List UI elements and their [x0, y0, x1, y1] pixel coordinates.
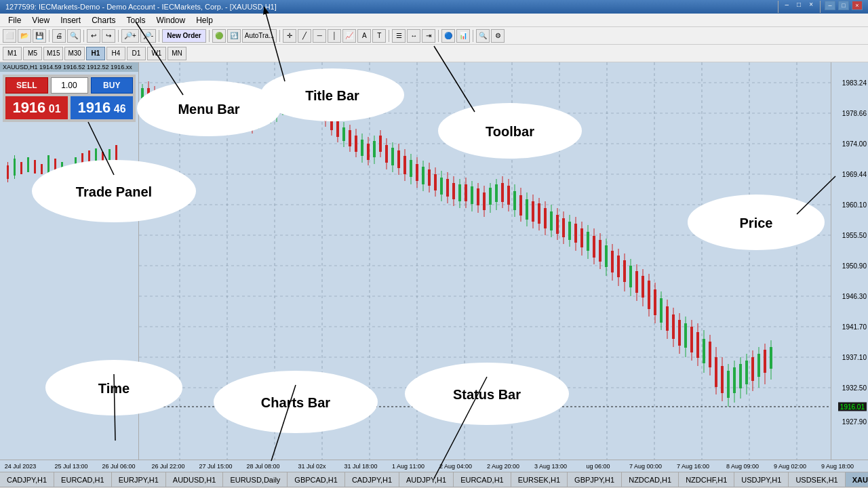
svg-rect-13	[81, 153, 83, 170]
svg-rect-120	[367, 144, 370, 160]
label-btn[interactable]: T	[372, 29, 386, 43]
buy-button[interactable]: BUY	[91, 77, 134, 94]
autoscroll-btn[interactable]: ↔	[407, 29, 420, 43]
buy-price-main: 1916	[77, 99, 111, 116]
order-panel: SELL BUY 1916 01 1916 46	[3, 75, 136, 122]
svg-rect-86	[263, 106, 266, 120]
tab-nzdcad-h1[interactable]: NZDCAD,H1	[622, 472, 679, 487]
price-1978: 1978.66	[842, 110, 867, 117]
sub-minimize[interactable]: –	[783, 1, 792, 13]
print-preview-btn[interactable]: 🔍	[67, 29, 81, 43]
tf-d1[interactable]: D1	[127, 47, 146, 60]
text-btn[interactable]: A	[357, 29, 371, 43]
tab-usdjpy-h1[interactable]: USDJPY,H1	[734, 472, 789, 487]
lot-input[interactable]	[51, 77, 88, 94]
sep7	[389, 30, 389, 42]
search-btn[interactable]: 🔍	[476, 29, 490, 43]
line-btn[interactable]: ╱	[298, 29, 311, 43]
minimize-button[interactable]: –	[825, 1, 835, 10]
chart-area[interactable]	[139, 62, 831, 460]
save-btn[interactable]: 💾	[33, 29, 46, 43]
tab-eurcad-h1-2[interactable]: EURCAD,H1	[454, 472, 511, 487]
svg-rect-116	[355, 136, 357, 152]
svg-rect-220	[672, 314, 675, 339]
tab-eurusd-daily[interactable]: EURUSD,Daily	[223, 472, 288, 487]
tab-gbpjpy-h1[interactable]: GBPJPY,H1	[568, 472, 622, 487]
maximize-button[interactable]: □	[838, 1, 849, 10]
tab-eurjpy-h1[interactable]: EURJPY,H1	[112, 472, 166, 487]
svg-rect-100	[306, 88, 309, 105]
vline-btn[interactable]: │	[328, 29, 341, 43]
tab-xauusd[interactable]: XAUUSD	[846, 472, 868, 487]
autotrade-btn[interactable]: AutoTra...	[242, 29, 277, 43]
tab-nzdchf-h1[interactable]: NZDCHF,H1	[679, 472, 734, 487]
sell-button[interactable]: SELL	[5, 77, 48, 94]
tab-cadjpy-h1-2[interactable]: CADJPY,H1	[345, 472, 399, 487]
sep4	[159, 30, 159, 42]
svg-rect-136	[416, 164, 418, 181]
tab-cadjpy-h1-1[interactable]: CADJPY,H1	[0, 472, 54, 487]
time-5: 27 Jul 15:00	[199, 463, 232, 470]
menu-file[interactable]: File	[3, 14, 26, 26]
tf-m5[interactable]: M5	[23, 47, 42, 60]
sub-close[interactable]: ×	[806, 1, 816, 13]
chart-type-btn[interactable]: 📊	[456, 29, 470, 43]
tf-h4[interactable]: H4	[106, 47, 125, 60]
svg-rect-214	[654, 289, 656, 315]
svg-rect-4	[20, 162, 22, 174]
tf-h1[interactable]: H1	[86, 47, 105, 60]
tf-w1[interactable]: W1	[147, 47, 166, 60]
price-1941: 1937.10	[842, 354, 867, 361]
menu-view[interactable]: View	[26, 14, 55, 26]
indicator-btn[interactable]: 📈	[342, 29, 356, 43]
open-btn[interactable]: 📂	[18, 29, 31, 43]
svg-rect-140	[428, 169, 431, 186]
tf-m30[interactable]: M30	[64, 47, 84, 60]
sep1	[49, 30, 50, 42]
tab-audjpy-h1[interactable]: AUDJPY,H1	[399, 472, 454, 487]
menu-help[interactable]: Help	[191, 14, 218, 26]
print-btn[interactable]: 🖨	[52, 29, 66, 43]
tab-eursek-h1[interactable]: EURSEK,H1	[511, 472, 568, 487]
menu-charts[interactable]: Charts	[86, 14, 121, 26]
tab-gbpcad-h1[interactable]: GBPCAD,H1	[288, 472, 345, 487]
hline-btn[interactable]: ─	[313, 29, 326, 43]
price-1955: 1950.90	[842, 262, 867, 270]
svg-rect-66	[202, 102, 205, 114]
tf-m1[interactable]: M1	[3, 47, 22, 60]
svg-rect-238	[727, 371, 730, 398]
crosshair-btn[interactable]: ✛	[283, 29, 296, 43]
indicator2-btn[interactable]: 🔵	[441, 29, 455, 43]
zoom-in-btn[interactable]: 🔎+	[121, 29, 139, 43]
tab-audusd-h1[interactable]: AUDUSD,H1	[166, 472, 224, 487]
svg-rect-138	[422, 167, 425, 184]
menu-tools[interactable]: Tools	[121, 14, 151, 26]
zoom-out-btn[interactable]: 🔎-	[140, 29, 156, 43]
period-sep-btn[interactable]: ☰	[392, 29, 406, 43]
undo-btn[interactable]: ↩	[87, 29, 100, 43]
tab-usdsek-h1[interactable]: USDSEK,H1	[789, 472, 845, 487]
svg-rect-244	[745, 361, 748, 384]
sub-maximize[interactable]: □	[794, 1, 804, 13]
svg-rect-190	[580, 228, 583, 247]
menu-insert[interactable]: Insert	[55, 14, 86, 26]
svg-rect-156	[477, 188, 479, 205]
svg-rect-60	[184, 105, 186, 115]
menu-window[interactable]: Window	[151, 14, 191, 26]
svg-rect-74	[226, 108, 229, 121]
chart-shift-btn[interactable]: ⇥	[422, 29, 435, 43]
new-chart-btn[interactable]: ⬜	[3, 29, 16, 43]
redo-btn[interactable]: ↪	[102, 29, 115, 43]
svg-rect-118	[361, 140, 363, 156]
buy-sell-btn[interactable]: 🟢	[212, 29, 226, 43]
close-button[interactable]: ×	[852, 1, 863, 10]
tf-mn[interactable]: MN	[167, 47, 186, 60]
svg-rect-64	[196, 104, 199, 114]
tf-m15[interactable]: M15	[43, 47, 63, 60]
svg-rect-96	[294, 81, 296, 100]
settings-btn[interactable]: ⚙	[491, 29, 505, 43]
new-order-button[interactable]: New Order	[162, 29, 206, 43]
tab-eurcad-h1-1[interactable]: EURCAD,H1	[54, 472, 112, 487]
history-btn[interactable]: 🔃	[227, 29, 241, 43]
svg-rect-50	[153, 91, 156, 100]
